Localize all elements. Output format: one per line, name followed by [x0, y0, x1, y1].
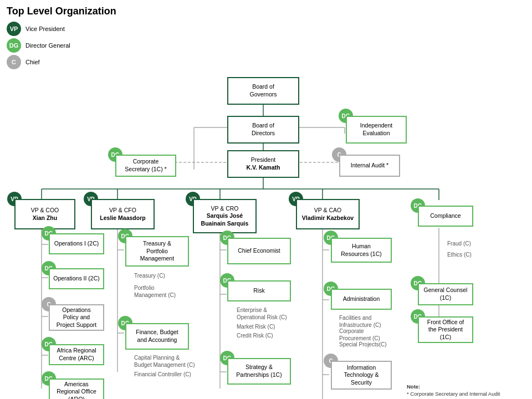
board-directors-label: Board ofDirectors: [252, 122, 275, 137]
independent-eval-label: IndependentEvaluation: [360, 122, 392, 137]
vp-cao-label: VP & CAOVladimir Kazbekov: [302, 207, 354, 222]
front-office-label: Front Office ofthe President(1C): [427, 319, 464, 341]
ops-policy-box: OperationsPolicy andProject Support: [49, 304, 104, 331]
enterprise-risk-label: Enterprise &Operational Risk (C): [237, 307, 287, 320]
page: Top Level Organization VP Vice President…: [0, 0, 532, 399]
ops1-label: Operations I (2C): [54, 240, 99, 248]
chief-economist-label: Chief Economist: [238, 247, 280, 255]
general-counsel-box: General Counsel(1C): [418, 283, 473, 305]
market-risk-item: Market Risk (C): [237, 323, 275, 330]
it-security-box: InformationTechnology &Security: [331, 361, 392, 390]
fraud-item: Fraud (C): [447, 240, 471, 247]
vp-cfo-box: VP & CFOLeslie Maasdorp: [91, 199, 155, 229]
legend: VP Vice President DG Director General C …: [7, 22, 525, 69]
facilities-item: Facilities andInfrastructure (C): [339, 314, 381, 329]
vp-cfo-label: VP & CFOLeslie Maasdorp: [100, 207, 145, 222]
c-label: Chief: [25, 59, 40, 65]
corp-procurement-label: CorporateProcurement (C): [339, 328, 380, 341]
board-governors-label: Board ofGovernors: [249, 83, 277, 98]
admin-label: Administration: [343, 295, 380, 303]
treasury-c-label: Treasury (C): [134, 273, 165, 279]
general-counsel-label: General Counsel(1C): [424, 287, 468, 301]
africa-rc-box: Africa RegionalCentre (ARC): [49, 344, 104, 365]
compliance-label: Compliance: [430, 212, 461, 220]
vp-coo-box: VP & COOXian Zhu: [14, 199, 75, 229]
finance-label: Finance, Budgetand Accounting: [136, 329, 178, 344]
front-office-box: Front Office ofthe President(1C): [418, 316, 473, 343]
org-chart: Board ofGovernors Board ofDirectors Pres…: [7, 73, 528, 399]
note-body: Corporate Secretary and Internal Audit f…: [407, 391, 517, 399]
enterprise-risk-item: Enterprise &Operational Risk (C): [237, 306, 287, 321]
legend-vp: VP Vice President: [7, 22, 525, 36]
market-risk-label: Market Risk (C): [237, 324, 275, 330]
independent-eval-box: IndependentEvaluation: [346, 116, 407, 144]
ops2-label: Operations II (2C): [53, 275, 99, 283]
c-badge: C: [7, 55, 21, 69]
note-text: * Corporate Secretary and Internal Audit…: [407, 390, 518, 399]
ops-policy-label: OperationsPolicy andProject Support: [57, 306, 96, 329]
board-directors-box: Board ofDirectors: [227, 116, 299, 144]
special-projects-item: Special Projects(C): [339, 341, 387, 348]
chief-economist-box: Chief Economist: [227, 238, 291, 264]
dg-badge: DG: [7, 38, 21, 53]
dg-label: Director General: [25, 42, 70, 49]
africa-rc-label: Africa RegionalCentre (ARC): [57, 347, 96, 362]
treasury-label: Treasury &PortfolioManagement: [140, 240, 174, 263]
financial-ctrl-item: Financial Controller (C): [134, 371, 191, 378]
note-title: Note:: [407, 383, 518, 390]
ops2-box: Operations II (2C): [49, 268, 104, 289]
americas-ro-label: AmericasRegional Office(ARO): [57, 381, 96, 399]
risk-label: Risk: [253, 287, 264, 295]
ops1-box: Operations I (2C): [49, 233, 104, 254]
admin-box: Administration: [331, 289, 392, 310]
strategy-box: Strategy &Partnerships (1C): [227, 358, 291, 385]
president-label: PresidentK.V. Kamath: [247, 156, 280, 171]
ethics-item: Ethics (C): [447, 251, 472, 258]
capital-planning-item: Capital Planning &Budget Management (C): [134, 354, 195, 369]
legend-c: C Chief: [7, 55, 525, 69]
corp-secretary-box: CorporateSecretary (1C) *: [115, 155, 176, 177]
vp-cao-box: VP & CAOVladimir Kazbekov: [296, 199, 360, 229]
page-title: Top Level Organization: [7, 6, 525, 17]
president-box: PresidentK.V. Kamath: [227, 150, 299, 178]
americas-ro-box: AmericasRegional Office(ARO): [49, 378, 104, 399]
vp-cro-label: VP & CROSarquis JoséBuainain Sarquis: [201, 205, 249, 228]
financial-ctrl-label: Financial Controller (C): [134, 371, 191, 377]
hr-label: HumanResources (1C): [341, 243, 382, 258]
fraud-label: Fraud (C): [447, 241, 471, 247]
internal-audit-box: Internal Audit *: [339, 155, 400, 177]
it-security-label: InformationTechnology &Security: [344, 364, 378, 387]
credit-risk-item: Credit Risk (C): [237, 332, 273, 339]
finance-box: Finance, Budgetand Accounting: [125, 323, 189, 350]
internal-audit-label: Internal Audit *: [351, 162, 388, 170]
vp-badge: VP: [7, 22, 21, 36]
vp-label: Vice President: [25, 25, 65, 32]
board-governors-box: Board ofGovernors: [227, 77, 299, 105]
corp-procurement-item: CorporateProcurement (C): [339, 328, 380, 342]
hr-box: HumanResources (1C): [331, 238, 392, 263]
corp-secretary-label: CorporateSecretary (1C) *: [125, 158, 166, 173]
strategy-label: Strategy &Partnerships (1C): [236, 364, 282, 378]
ethics-label: Ethics (C): [447, 252, 472, 258]
portfolio-c-item: PortfolioManagement (C): [134, 284, 176, 299]
risk-box: Risk: [227, 280, 291, 301]
legend-dg: DG Director General: [7, 38, 525, 53]
compliance-box: Compliance: [418, 206, 473, 227]
note-section: Note: * Corporate Secretary and Internal…: [407, 383, 518, 399]
vp-cro-box: VP & CROSarquis JoséBuainain Sarquis: [193, 199, 257, 233]
portfolio-c-label: PortfolioManagement (C): [134, 285, 176, 298]
treasury-c-item: Treasury (C): [134, 272, 165, 279]
facilities-label: Facilities andInfrastructure (C): [339, 315, 381, 328]
credit-risk-label: Credit Risk (C): [237, 332, 273, 339]
capital-planning-label: Capital Planning &Budget Management (C): [134, 355, 195, 368]
special-projects-label: Special Projects(C): [339, 341, 387, 347]
vp-coo-label: VP & COOXian Zhu: [31, 207, 59, 222]
treasury-box: Treasury &PortfolioManagement: [125, 236, 189, 267]
